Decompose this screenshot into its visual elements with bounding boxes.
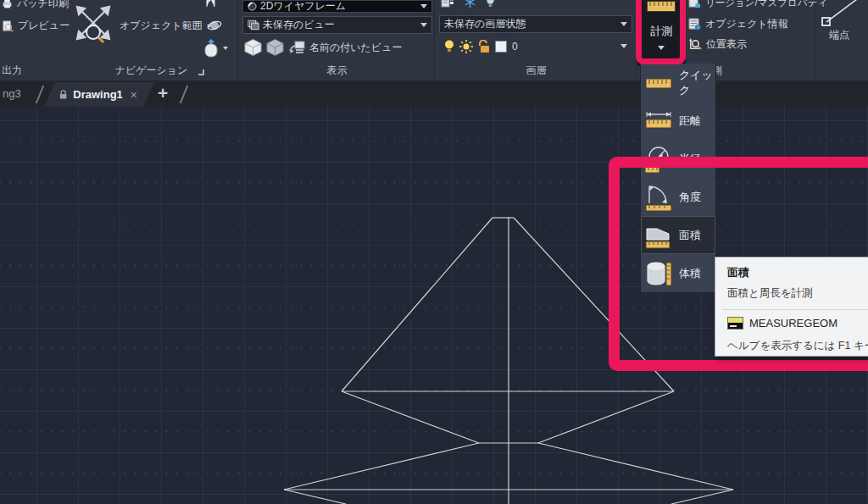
chevron-down-icon[interactable] (223, 47, 228, 50)
layer-on-icon[interactable] (444, 40, 454, 53)
measure-split-button[interactable]: 計測 (637, 0, 686, 66)
named-view-icon[interactable] (288, 39, 305, 56)
tooltip-title: 面積 (727, 265, 749, 280)
object-info-icon: i (688, 18, 701, 30)
measure-flyout-menu: クイック 距離 半径 (640, 64, 716, 293)
visual-style-icon (248, 2, 257, 11)
current-layer-value: 0 (512, 41, 518, 53)
pan-hand-icon[interactable] (204, 0, 216, 7)
named-views-label[interactable]: 名前の付いたビュー (309, 41, 402, 55)
layer-properties-icon[interactable] (441, 0, 454, 8)
view-stack-icon (248, 19, 259, 30)
view-state-value: 未保存のビュー (263, 18, 335, 32)
region-mass-icon (688, 0, 701, 8)
zoom-extents-icon[interactable] (74, 3, 113, 44)
tooltip-help-hint: ヘルプを表示するには F1 キー (727, 339, 868, 353)
tab-drawing1-label: Drawing1 (73, 88, 123, 101)
named-views-row: 名前の付いたビュー (244, 38, 402, 57)
batch-plot-label: バッチ印刷 (17, 0, 69, 11)
quick-measure-icon (645, 69, 672, 97)
distance-icon (645, 108, 672, 135)
chevron-down-icon (620, 44, 627, 48)
cube-icon[interactable] (244, 38, 262, 57)
tab-separator (180, 86, 188, 103)
autocad-window: バッチ印刷 プレビュー 出力 (0, 0, 868, 504)
panel-layers: 未保存の画層状態 (437, 0, 637, 80)
layer-dropdown[interactable]: 0 (439, 36, 632, 56)
menu-item-volume[interactable]: 体積 (641, 254, 715, 292)
panel-view: 2Dワイヤフレーム 未保存のビュー (240, 0, 435, 80)
menu-item-label: 距離 (679, 114, 701, 129)
panel-label-layers: 画層 (437, 64, 636, 78)
tab-drawing1[interactable]: Drawing1 × (44, 82, 154, 107)
zoom-dropdown-label: オブジェクト範囲 (120, 19, 203, 33)
menu-item-angle[interactable]: 角度 (641, 178, 715, 216)
printer-icon (2, 0, 13, 9)
lock-icon (59, 89, 67, 100)
command-prompt-icon (727, 317, 743, 330)
ribbon: バッチ印刷 プレビュー 出力 (0, 0, 868, 82)
menu-item-label: 体積 (679, 266, 701, 281)
volume-icon (645, 260, 672, 287)
new-tab-button[interactable]: + (158, 83, 168, 103)
panel-output: バッチ印刷 プレビュー 出力 (0, 0, 64, 80)
region-mass-label: リージョン/マスプロパティ (705, 0, 827, 9)
id-point-icon (688, 38, 702, 52)
panel-label-view: 表示 (240, 64, 434, 78)
angle-icon (645, 184, 672, 211)
tooltip-command-name: MEASUREGEOM (749, 317, 837, 330)
tooltip-command-row: MEASUREGEOM (727, 317, 837, 330)
unlock-icon[interactable] (478, 40, 490, 53)
endpoint-icon[interactable] (820, 0, 864, 27)
lightbulb-icon[interactable] (486, 0, 495, 8)
chevron-down-icon (420, 23, 427, 27)
endpoint-button[interactable]: 端点 (829, 28, 849, 42)
preview-button[interactable]: プレビュー (2, 19, 70, 33)
zoom-dropdown[interactable]: オブジェクト範囲 (120, 19, 203, 33)
object-info-button[interactable]: i オブジェクト情報 (688, 17, 788, 31)
radius-icon (645, 146, 672, 173)
shaded-cube-icon[interactable] (266, 38, 284, 57)
menu-item-label: 角度 (679, 190, 701, 205)
orbit-icon[interactable] (207, 18, 222, 33)
measure-ruler-icon (647, 1, 676, 12)
layer-state-dropdown[interactable]: 未保存の画層状態 (439, 15, 632, 33)
tooltip-divider (722, 309, 868, 310)
batch-plot-button[interactable]: バッチ印刷 (2, 0, 69, 11)
preview-label: プレビュー (18, 19, 70, 33)
menu-item-area[interactable]: 面積 (641, 216, 715, 254)
chevron-down-icon (620, 22, 627, 26)
sun-icon[interactable] (459, 40, 473, 53)
close-icon[interactable]: × (131, 88, 137, 102)
chevron-down-icon (658, 46, 665, 50)
dialog-launcher-icon[interactable] (198, 69, 204, 75)
menu-item-distance[interactable]: 距離 (641, 102, 715, 140)
file-tab-bar: ng3 Drawing1 × + (0, 82, 868, 107)
region-mass-button[interactable]: リージョン/マスプロパティ (688, 0, 827, 9)
tooltip-description: 面積と周長を計測 (727, 286, 813, 301)
layer-color-swatch[interactable] (495, 41, 507, 53)
id-point-button[interactable]: 位置表示 (688, 37, 747, 52)
preview-icon (2, 20, 14, 32)
visual-style-dropdown[interactable]: 2Dワイヤフレーム (242, 0, 432, 13)
visual-style-value: 2Dワイヤフレーム (260, 0, 346, 14)
measure-button-label: 計測 (637, 24, 686, 39)
layer-tools-row (441, 0, 495, 8)
menu-item-quick-measure[interactable]: クイック (641, 64, 715, 102)
area-tooltip: 面積 面積と周長を計測 MEASUREGEOM ヘルプを表示するには F1 キー (715, 257, 868, 357)
menu-item-label: 面積 (679, 228, 701, 243)
endpoint-label: 端点 (829, 28, 849, 42)
id-point-label: 位置表示 (706, 37, 747, 52)
tab-drawing3-partial[interactable]: ng3 (3, 87, 21, 100)
menu-item-radius[interactable]: 半径 (641, 140, 715, 178)
freeze-icon[interactable] (465, 0, 476, 8)
svg-text:i: i (698, 25, 698, 30)
object-info-label: オブジェクト情報 (705, 17, 788, 31)
menu-item-label: クイック (679, 68, 715, 98)
panel-label-output: 出力 (0, 64, 64, 78)
view-state-dropdown[interactable]: 未保存のビュー (242, 16, 432, 34)
panel-label-navigation: ナビゲーション (65, 64, 237, 78)
panel-navigation: オブジェクト範囲 ナビゲーション (65, 0, 238, 80)
layer-state-value: 未保存の画層状態 (444, 17, 526, 31)
steering-wheel-icon[interactable] (203, 38, 220, 58)
